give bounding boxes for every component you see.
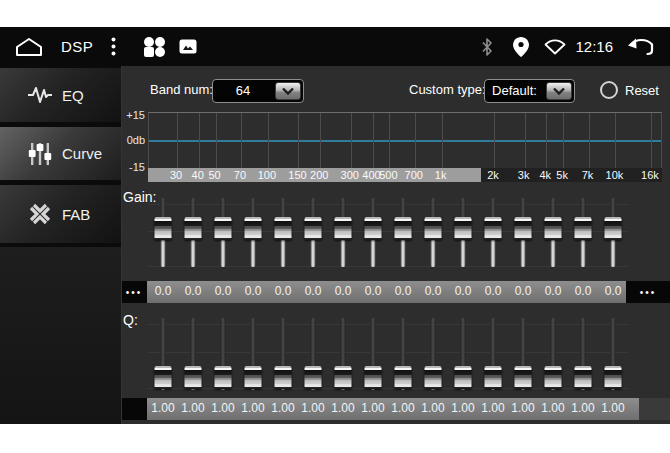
q-slider-thumb[interactable]	[575, 366, 592, 389]
plot-gridline	[241, 113, 242, 168]
q-slider-row	[148, 318, 628, 390]
sidebar-item-fab[interactable]: FAB	[0, 185, 121, 243]
gain-slider[interactable]	[568, 198, 598, 267]
gain-slider[interactable]	[328, 198, 358, 267]
gain-slider[interactable]	[148, 198, 178, 267]
q-slider-thumb[interactable]	[335, 366, 352, 389]
gain-slider-thumb[interactable]	[245, 217, 262, 240]
gain-more-right-button[interactable]: •••	[626, 281, 670, 303]
gain-slider[interactable]	[268, 198, 298, 267]
gain-slider[interactable]	[208, 198, 238, 267]
gain-more-left-button[interactable]: •••	[122, 281, 147, 303]
q-slider[interactable]	[178, 318, 208, 390]
apps-icon[interactable]	[141, 36, 167, 58]
q-track-upper	[311, 318, 316, 370]
chevron-down-icon[interactable]	[546, 82, 572, 100]
gain-slider-thumb[interactable]	[335, 217, 352, 240]
q-value: 1.00	[421, 401, 444, 415]
freq-tick-label: 30	[170, 169, 182, 181]
plot-gridline	[589, 113, 590, 168]
y-tick-zero: 0db	[122, 134, 145, 146]
sidebar-item-label: Curve	[62, 145, 102, 162]
q-track-upper	[521, 318, 526, 370]
reset-button[interactable]: Reset	[600, 81, 659, 99]
gain-slider[interactable]	[538, 198, 568, 267]
gain-slider[interactable]	[238, 198, 268, 267]
gain-slider[interactable]	[298, 198, 328, 267]
plot-gridline	[351, 113, 352, 168]
sidebar-item-eq[interactable]: EQ	[0, 68, 121, 122]
q-slider[interactable]	[238, 318, 268, 390]
overflow-menu-icon[interactable]	[111, 37, 116, 56]
gain-slider-thumb[interactable]	[185, 217, 202, 240]
plot-gridline	[199, 113, 200, 168]
q-slider[interactable]	[508, 318, 538, 390]
gain-slider-thumb[interactable]	[515, 217, 532, 240]
q-slider[interactable]	[418, 318, 448, 390]
gain-slider[interactable]	[478, 198, 508, 267]
band-num-label: Band num:	[150, 82, 213, 97]
gain-slider-thumb[interactable]	[455, 217, 472, 240]
q-slider-thumb[interactable]	[455, 366, 472, 389]
q-slider-thumb[interactable]	[395, 366, 412, 389]
q-slider[interactable]	[358, 318, 388, 390]
gain-slider-thumb[interactable]	[275, 217, 292, 240]
q-slider-thumb[interactable]	[215, 366, 232, 389]
q-slider[interactable]	[148, 318, 178, 390]
q-slider[interactable]	[448, 318, 478, 390]
q-value: 1.00	[331, 401, 354, 415]
band-num-dropdown[interactable]: 64	[212, 79, 304, 103]
q-slider[interactable]	[268, 318, 298, 390]
home-icon[interactable]	[14, 37, 44, 57]
q-slider[interactable]	[298, 318, 328, 390]
gain-slider-thumb[interactable]	[545, 217, 562, 240]
q-slider-thumb[interactable]	[305, 366, 322, 389]
zero-db-line	[149, 140, 661, 142]
gain-slider-thumb[interactable]	[575, 217, 592, 240]
gallery-icon[interactable]	[179, 39, 197, 54]
q-slider-thumb[interactable]	[515, 366, 532, 389]
custom-type-dropdown[interactable]: Default:	[484, 79, 575, 103]
q-slider-thumb[interactable]	[485, 366, 502, 389]
gain-slider[interactable]	[418, 198, 448, 267]
sidebar-item-curve[interactable]: Curve	[0, 127, 121, 180]
q-slider[interactable]	[328, 318, 358, 390]
gain-value: 0.0	[395, 284, 412, 298]
freq-tick-label: 200	[310, 169, 328, 181]
gain-slider-thumb[interactable]	[215, 217, 232, 240]
q-slider-thumb[interactable]	[275, 366, 292, 389]
gain-value-bar: 0.00.00.00.00.00.00.00.00.00.00.00.00.00…	[147, 281, 626, 303]
gain-slider-thumb[interactable]	[605, 217, 622, 240]
freq-tick-label: 5k	[556, 169, 568, 181]
gain-slider-thumb[interactable]	[305, 217, 322, 240]
q-slider[interactable]	[478, 318, 508, 390]
q-slider-thumb[interactable]	[545, 366, 562, 389]
gain-slider-thumb[interactable]	[155, 217, 172, 240]
q-slider[interactable]	[538, 318, 568, 390]
gain-slider-thumb[interactable]	[365, 217, 382, 240]
gain-slider-thumb[interactable]	[485, 217, 502, 240]
q-slider-thumb[interactable]	[185, 366, 202, 389]
gain-slider[interactable]	[508, 198, 538, 267]
q-slider[interactable]	[568, 318, 598, 390]
q-slider[interactable]	[598, 318, 628, 390]
q-slider[interactable]	[388, 318, 418, 390]
q-slider-thumb[interactable]	[425, 366, 442, 389]
q-slider-thumb[interactable]	[245, 366, 262, 389]
q-slider-thumb[interactable]	[605, 366, 622, 389]
q-slider-thumb[interactable]	[155, 366, 172, 389]
gain-slider[interactable]	[598, 198, 628, 267]
frequency-axis: 304050701001502003004005007001k2k3k4k5k7…	[148, 168, 662, 182]
gain-slider-thumb[interactable]	[395, 217, 412, 240]
chevron-down-icon[interactable]	[275, 82, 301, 100]
gain-slider-thumb[interactable]	[425, 217, 442, 240]
gain-slider[interactable]	[178, 198, 208, 267]
back-icon[interactable]	[626, 37, 656, 56]
q-slider[interactable]	[208, 318, 238, 390]
gain-slider[interactable]	[358, 198, 388, 267]
gain-slider[interactable]	[388, 198, 418, 267]
q-slider-thumb[interactable]	[365, 366, 382, 389]
gain-value: 0.0	[305, 284, 322, 298]
gain-slider[interactable]	[448, 198, 478, 267]
clock: 12:16	[575, 38, 613, 55]
